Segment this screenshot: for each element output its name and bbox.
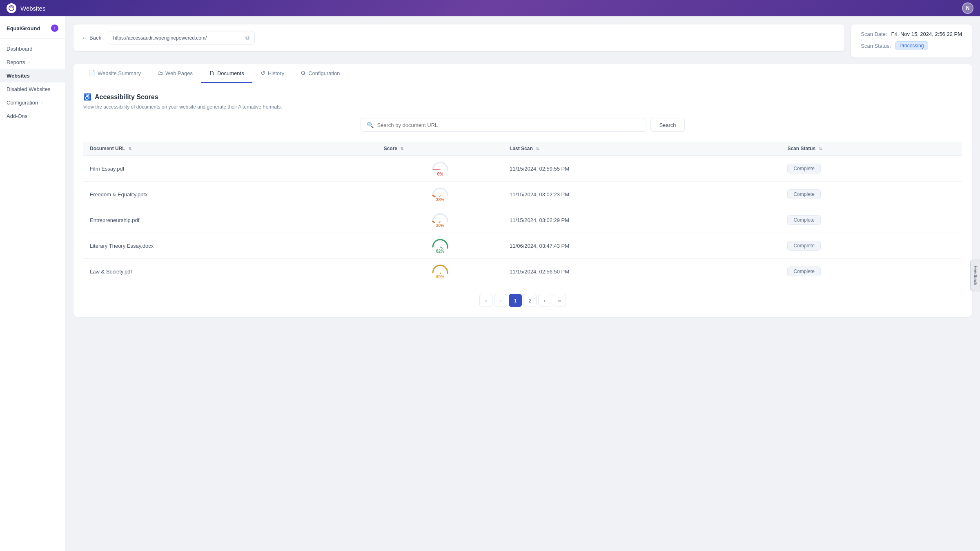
- sidebar: EqualGround + Dashboard Reports › Websit…: [0, 16, 65, 551]
- search-input[interactable]: [377, 122, 640, 128]
- tab-web-pages[interactable]: 🗂 Web Pages: [149, 64, 201, 83]
- sidebar-item-disabled-websites[interactable]: Disabled Websites: [0, 82, 65, 96]
- page-2-button[interactable]: 2: [523, 294, 537, 307]
- page-prev-button[interactable]: ‹: [494, 294, 507, 307]
- layout: EqualGround + Dashboard Reports › Websit…: [0, 16, 980, 551]
- table-row[interactable]: Film Essay.pdf 0%11/15/2024, 02:59:55 PM…: [83, 156, 962, 182]
- col-doc-url: Document URL ⇅: [83, 142, 377, 156]
- scan-status-cell: Complete: [781, 259, 962, 284]
- section-title: Accessibility Scores: [95, 93, 158, 101]
- dashboard-label: Dashboard: [7, 46, 33, 52]
- score-cell: 38%: [377, 182, 503, 207]
- topbar-left: Websites: [7, 3, 45, 13]
- tab-history[interactable]: ↺ History: [252, 64, 292, 83]
- search-icon: 🔍: [367, 122, 374, 128]
- col-scan-status: Scan Status ⇅: [781, 142, 962, 156]
- scan-date-label: Scan Date:: [861, 31, 887, 37]
- scan-status-badge: Processing: [895, 41, 928, 50]
- sidebar-item-configuration[interactable]: Configuration ›: [0, 96, 65, 109]
- sidebar-item-websites[interactable]: Websites: [0, 69, 65, 82]
- tab-website-summary[interactable]: 📄 Website Summary: [80, 64, 149, 83]
- sort-doc-url-icon[interactable]: ⇅: [128, 147, 131, 151]
- last-scan-cell: 11/15/2024, 02:56:50 PM: [503, 259, 781, 284]
- tab-website-summary-label: Website Summary: [98, 70, 141, 76]
- table-row[interactable]: Literary Theory Essay.docx 82%11/06/2024…: [83, 233, 962, 259]
- section-description: View the accessibility of documents on y…: [83, 104, 962, 110]
- documents-icon: 🗋: [209, 70, 215, 76]
- scan-date-value: Fri, Nov 15, 2024, 2:56:22 PM: [891, 31, 962, 37]
- back-label: Back: [89, 35, 101, 41]
- sidebar-item-dashboard[interactable]: Dashboard: [0, 42, 65, 56]
- sidebar-item-reports[interactable]: Reports ›: [0, 56, 65, 69]
- svg-line-5: [440, 273, 443, 274]
- page-next-button[interactable]: ›: [538, 294, 551, 307]
- doc-url-cell: Entrepreneurship.pdf: [83, 207, 377, 233]
- back-arrow-icon: ←: [82, 35, 87, 41]
- pagination: « ‹ 1 2 › »: [83, 294, 962, 307]
- sort-score-icon[interactable]: ⇅: [400, 147, 403, 151]
- status-badge: Complete: [787, 189, 820, 199]
- status-badge: Complete: [787, 215, 820, 225]
- tab-documents[interactable]: 🗋 Documents: [201, 64, 252, 83]
- sort-scan-status-icon[interactable]: ⇅: [819, 147, 822, 151]
- status-badge: Complete: [787, 164, 820, 173]
- scan-status-cell: Complete: [781, 207, 962, 233]
- svg-line-4: [440, 247, 446, 249]
- scan-status-row: Scan Status: Processing: [861, 41, 962, 50]
- score-cell: 30%: [377, 207, 503, 233]
- doc-url-cell: Literary Theory Essay.docx: [83, 233, 377, 259]
- tabs: 📄 Website Summary 🗂 Web Pages 🗋 Document…: [74, 64, 972, 83]
- websites-label: Websites: [7, 73, 30, 79]
- score-cell: 82%: [377, 233, 503, 259]
- topbar: Websites N: [0, 0, 980, 16]
- sidebar-brand: EqualGround +: [0, 21, 65, 39]
- app-logo: [7, 3, 16, 13]
- doc-url-cell: Film Essay.pdf: [83, 156, 377, 182]
- last-scan-cell: 11/15/2024, 03:02:29 PM: [503, 207, 781, 233]
- accessibility-icon: ♿: [83, 93, 91, 101]
- score-cell: 0%: [377, 156, 503, 182]
- scan-status-cell: Complete: [781, 182, 962, 207]
- page-1-button[interactable]: 1: [509, 294, 522, 307]
- configuration-label: Configuration: [7, 100, 38, 106]
- sidebar-item-add-ons[interactable]: Add-Ons: [0, 109, 65, 123]
- tab-history-label: History: [268, 70, 284, 76]
- table-row[interactable]: Law & Society.pdf 60%11/15/2024, 02:56:5…: [83, 259, 962, 284]
- table-row[interactable]: Entrepreneurship.pdf 30%11/15/2024, 03:0…: [83, 207, 962, 233]
- table-row[interactable]: Freedom & Equality.pptx 38%11/15/2024, 0…: [83, 182, 962, 207]
- last-scan-cell: 11/15/2024, 02:59:55 PM: [503, 156, 781, 182]
- search-input-wrap: 🔍: [361, 118, 646, 132]
- add-brand-button[interactable]: +: [51, 24, 58, 32]
- status-badge: Complete: [787, 241, 820, 251]
- tab-configuration[interactable]: ⚙ Configuration: [292, 64, 348, 83]
- svg-line-3: [436, 221, 440, 223]
- url-text: https://accessaudit.wpenginepowered.com/: [113, 35, 242, 41]
- content-panel: ♿ Accessibility Scores View the accessib…: [74, 83, 972, 317]
- user-avatar[interactable]: N: [962, 2, 973, 14]
- scan-date-row: Scan Date: Fri, Nov 15, 2024, 2:56:22 PM: [861, 31, 962, 37]
- feedback-tab[interactable]: Feedback: [970, 260, 980, 291]
- page-last-button[interactable]: »: [553, 294, 566, 307]
- configuration-tab-icon: ⚙: [301, 70, 306, 76]
- history-icon: ↺: [261, 70, 265, 76]
- app-title: Websites: [20, 5, 45, 12]
- reports-label: Reports: [7, 59, 25, 65]
- website-summary-icon: 📄: [88, 70, 95, 76]
- scan-status-cell: Complete: [781, 156, 962, 182]
- svg-point-0: [9, 6, 14, 11]
- search-bar: 🔍 Search: [83, 118, 962, 132]
- doc-url-cell: Law & Society.pdf: [83, 259, 377, 284]
- tab-configuration-label: Configuration: [308, 70, 340, 76]
- sort-last-scan-icon[interactable]: ⇅: [536, 147, 539, 151]
- configuration-arrow: ›: [41, 100, 42, 105]
- scan-info-panel: Scan Date: Fri, Nov 15, 2024, 2:56:22 PM…: [851, 24, 972, 58]
- last-scan-cell: 11/15/2024, 03:02:23 PM: [503, 182, 781, 207]
- back-button[interactable]: ← Back: [82, 35, 101, 41]
- page-first-button[interactable]: «: [479, 294, 492, 307]
- copy-url-button[interactable]: ⧉: [245, 34, 249, 41]
- url-section: ← Back https://accessaudit.wpenginepower…: [74, 24, 844, 51]
- disabled-websites-label: Disabled Websites: [7, 86, 50, 92]
- section-header: ♿ Accessibility Scores: [83, 93, 962, 101]
- web-pages-icon: 🗂: [157, 70, 163, 76]
- search-button[interactable]: Search: [650, 118, 684, 132]
